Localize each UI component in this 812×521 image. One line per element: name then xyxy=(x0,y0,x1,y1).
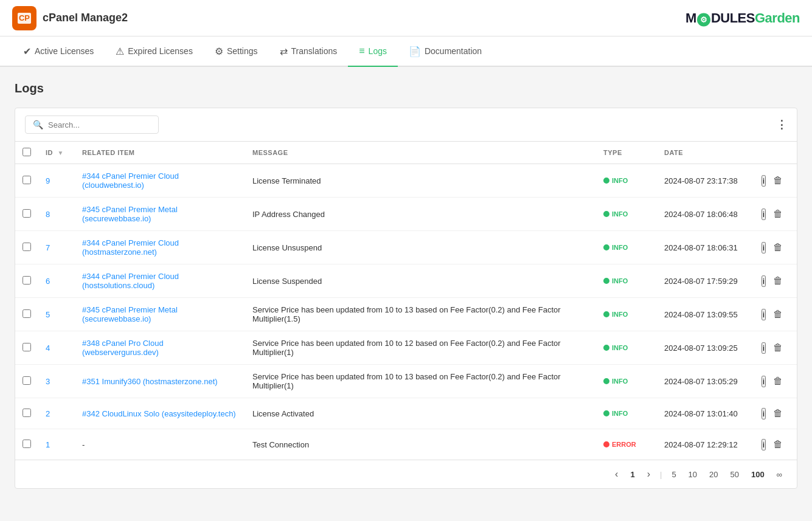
cell-actions: i🗑 xyxy=(754,429,797,460)
page-size-all[interactable]: ∞ xyxy=(772,468,787,481)
th-date: DATE xyxy=(657,142,754,164)
cell-actions: i🗑 xyxy=(754,298,797,331)
page-size-10[interactable]: 10 xyxy=(684,468,702,481)
delete-button[interactable]: 🗑 xyxy=(771,405,785,421)
id-link[interactable]: 5 xyxy=(46,310,50,319)
delete-button[interactable]: 🗑 xyxy=(771,340,785,356)
nav-settings-label: Settings xyxy=(227,46,258,56)
id-link[interactable]: 9 xyxy=(46,176,50,185)
page-number-1[interactable]: 1 xyxy=(625,468,639,481)
cell-id: 9 xyxy=(38,164,75,198)
row-checkbox[interactable] xyxy=(23,243,31,251)
nav-documentation[interactable]: 📄 Documentation xyxy=(398,36,493,67)
cell-related-item: - xyxy=(75,429,245,460)
related-item-link[interactable]: #345 cPanel Premier Metal (securewebbase… xyxy=(82,205,178,223)
related-item-link[interactable]: #342 CloudLinux Solo (easysitedeploy.tec… xyxy=(82,409,236,418)
type-badge: INFO xyxy=(603,410,628,417)
type-badge: INFO xyxy=(603,277,628,285)
related-item-link[interactable]: #348 cPanel Pro Cloud (webservergurus.de… xyxy=(82,339,164,357)
select-all-checkbox[interactable] xyxy=(23,148,31,156)
page-divider: | xyxy=(660,470,662,479)
delete-button[interactable]: 🗑 xyxy=(771,173,785,188)
delete-button[interactable]: 🗑 xyxy=(771,373,785,389)
id-link[interactable]: 1 xyxy=(46,440,50,449)
page-size-20[interactable]: 20 xyxy=(704,468,723,481)
cell-message: Test Connection xyxy=(245,429,596,460)
nav-logs[interactable]: ≡ Logs xyxy=(348,36,398,67)
th-message: MESSAGE xyxy=(245,142,596,164)
actions-cell: i🗑 xyxy=(762,436,789,452)
related-item-link[interactable]: #344 cPanel Premier Cloud (hostsolutions… xyxy=(82,272,179,290)
info-button[interactable]: i xyxy=(762,376,766,387)
cell-actions: i🗑 xyxy=(754,164,797,198)
badge-dot xyxy=(603,378,609,384)
badge-dot xyxy=(603,278,609,284)
info-button[interactable]: i xyxy=(762,175,766,187)
main-nav: ✔ Active Licenses ⚠ Expired Licenses ⚙ S… xyxy=(0,36,812,67)
actions-cell: i🗑 xyxy=(762,340,789,356)
app-title: cPanel Manage2 xyxy=(43,12,128,24)
id-link[interactable]: 8 xyxy=(46,210,50,219)
delete-button[interactable]: 🗑 xyxy=(771,273,785,289)
id-link[interactable]: 3 xyxy=(46,377,50,386)
cell-message: Service Price has been updated from 10 t… xyxy=(245,298,596,331)
info-button[interactable]: i xyxy=(762,209,766,220)
id-link[interactable]: 4 xyxy=(46,343,50,353)
delete-button[interactable]: 🗑 xyxy=(771,206,785,222)
row-checkbox[interactable] xyxy=(23,176,31,184)
type-badge: INFO xyxy=(603,177,628,184)
related-item-link[interactable]: #344 cPanel Premier Cloud (hostmasterzon… xyxy=(82,238,179,257)
nav-translations[interactable]: ⇄ Translations xyxy=(269,36,349,67)
actions-cell: i🗑 xyxy=(762,405,789,421)
cell-date: 2024-08-07 18:06:48 xyxy=(657,198,754,231)
info-button[interactable]: i xyxy=(762,242,766,254)
th-id[interactable]: ID ▼ xyxy=(38,142,75,164)
row-checkbox[interactable] xyxy=(23,209,31,218)
nav-logs-label: Logs xyxy=(369,46,387,56)
cell-date: 2024-08-07 18:06:31 xyxy=(657,231,754,264)
page-size-5[interactable]: 5 xyxy=(667,468,681,481)
cell-id: 3 xyxy=(38,365,75,398)
related-item-link[interactable]: #345 cPanel Premier Metal (securewebbase… xyxy=(82,305,178,323)
id-link[interactable]: 7 xyxy=(46,243,50,252)
row-checkbox[interactable] xyxy=(23,343,31,351)
delete-button[interactable]: 🗑 xyxy=(771,306,785,322)
delete-button[interactable]: 🗑 xyxy=(771,436,785,452)
info-button[interactable]: i xyxy=(762,408,766,419)
id-link[interactable]: 2 xyxy=(46,409,50,418)
row-checkbox[interactable] xyxy=(23,276,31,285)
cell-date: 2024-08-07 23:17:38 xyxy=(657,164,754,198)
info-button[interactable]: i xyxy=(762,275,766,287)
row-checkbox[interactable] xyxy=(23,409,31,417)
cell-date: 2024-08-07 12:29:12 xyxy=(657,429,754,460)
cell-actions: i🗑 xyxy=(754,398,797,429)
nav-settings[interactable]: ⚙ Settings xyxy=(204,36,269,67)
related-item-link[interactable]: #344 cPanel Premier Cloud (cloudwebnest.… xyxy=(82,171,179,190)
delete-button[interactable]: 🗑 xyxy=(771,240,785,255)
expired-licenses-icon: ⚠ xyxy=(116,46,124,57)
search-box[interactable]: 🔍 xyxy=(25,116,159,134)
id-link[interactable]: 6 xyxy=(46,277,50,286)
info-button[interactable]: i xyxy=(762,309,766,320)
related-item-link[interactable]: #351 Imunify360 (hostmasterzone.net) xyxy=(82,377,218,386)
nav-expired-licenses[interactable]: ⚠ Expired Licenses xyxy=(105,36,204,67)
row-checkbox[interactable] xyxy=(23,309,31,318)
logs-table-card: 🔍 ⋮ ID ▼ RELATED ITEM xyxy=(15,108,797,489)
cell-type: INFO xyxy=(596,298,657,331)
page-size-50[interactable]: 50 xyxy=(726,468,744,481)
row-checkbox[interactable] xyxy=(23,376,31,385)
more-options-icon[interactable]: ⋮ xyxy=(776,118,787,131)
prev-page-button[interactable]: ‹ xyxy=(610,466,623,482)
page-size-100[interactable]: 100 xyxy=(746,468,769,481)
row-checkbox[interactable] xyxy=(23,440,31,448)
info-button[interactable]: i xyxy=(762,342,766,354)
next-page-button[interactable]: › xyxy=(642,466,655,482)
info-button[interactable]: i xyxy=(762,439,766,450)
cell-id: 1 xyxy=(38,429,75,460)
cell-id: 2 xyxy=(38,398,75,429)
message-highlight: from 10 to 12 xyxy=(367,339,414,348)
search-input[interactable] xyxy=(48,120,151,129)
mg-modules: M xyxy=(685,10,696,25)
table-row: 5#345 cPanel Premier Metal (securewebbas… xyxy=(15,298,797,331)
nav-active-licenses[interactable]: ✔ Active Licenses xyxy=(12,36,105,67)
